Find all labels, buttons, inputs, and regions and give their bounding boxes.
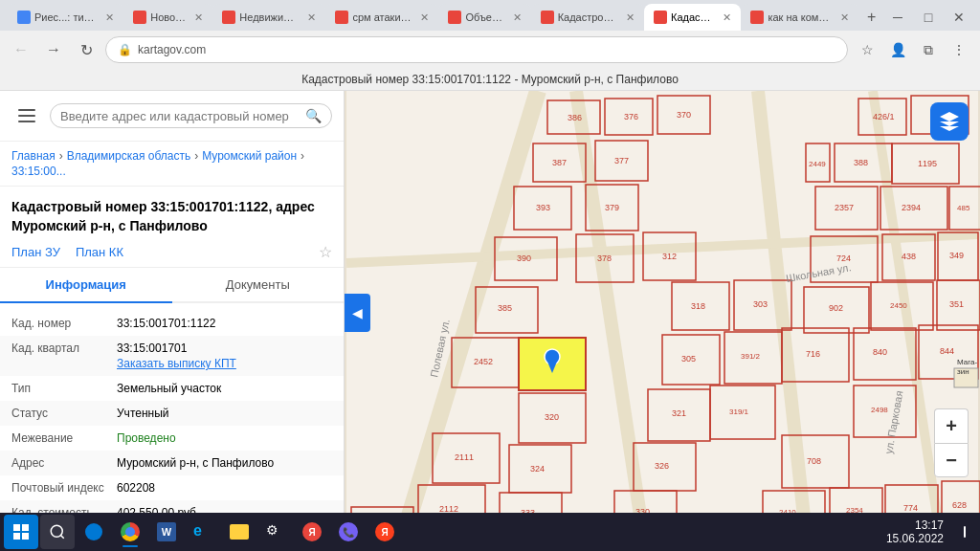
parcel-438-label: 438 bbox=[902, 252, 916, 261]
page-title: Кадастровый номер 33:15:001701:1122 - Му… bbox=[301, 73, 679, 86]
tab-5-close[interactable]: ✕ bbox=[513, 11, 522, 24]
parcel-385-label: 385 bbox=[498, 303, 512, 313]
breadcrumb: Главная › Владимирская область › Муромск… bbox=[0, 142, 344, 187]
parcel-2452-label: 2452 bbox=[474, 357, 493, 366]
maximize-icon[interactable]: □ bbox=[915, 4, 942, 31]
new-tab-button[interactable]: + bbox=[858, 4, 884, 31]
info-row-kad-nomer: Кад. номер 33:15:001701:1122 bbox=[0, 311, 344, 336]
tab-6[interactable]: Кадастрова... ✕ bbox=[531, 4, 644, 31]
lock-icon: 🔒 bbox=[118, 43, 132, 56]
address-bar[interactable]: 🔒 kartagov.com bbox=[105, 36, 848, 63]
parcel-840-label: 840 bbox=[873, 347, 887, 357]
plan-zu-link[interactable]: План ЗУ bbox=[11, 245, 60, 259]
info-row-mezhevanie: Межевание Проведено bbox=[0, 426, 344, 451]
tab-1[interactable]: Риес...: тике... ✕ bbox=[8, 4, 123, 31]
tab-4-close[interactable]: ✕ bbox=[420, 11, 429, 24]
taskbar-search[interactable] bbox=[40, 515, 75, 549]
parcel-708-label: 708 bbox=[807, 456, 821, 466]
map-layer-button[interactable] bbox=[930, 102, 969, 141]
notification-area[interactable] bbox=[953, 515, 976, 549]
tab-8[interactable]: как на компь... ✕ bbox=[741, 4, 858, 31]
forward-button[interactable]: → bbox=[40, 36, 67, 63]
tab-6-favicon bbox=[541, 11, 554, 24]
start-button[interactable] bbox=[4, 515, 38, 549]
tab-4-favicon bbox=[335, 11, 348, 24]
taskbar-maps[interactable]: Я bbox=[295, 515, 329, 549]
taskbar-files[interactable] bbox=[222, 515, 256, 549]
back-button[interactable]: ← bbox=[8, 36, 34, 63]
parcel-844-label: 844 bbox=[940, 346, 954, 356]
tab-5[interactable]: Объекты ✕ bbox=[438, 4, 530, 31]
breadcrumb-district[interactable]: Муромский район bbox=[202, 149, 297, 163]
parcel-377-label: 377 bbox=[614, 156, 629, 165]
zoom-in-button[interactable]: + bbox=[934, 408, 969, 443]
field-value-kad-kvartal: 33:15:001701 Заказать выписку КПТ bbox=[117, 342, 332, 370]
taskbar-cortana[interactable] bbox=[77, 515, 111, 549]
field-value-kad-nomer: 33:15:001701:1122 bbox=[117, 317, 332, 330]
tab-5-label: Объекты bbox=[465, 11, 504, 23]
nav-icons: ☆ 👤 ⧉ ⋮ bbox=[854, 36, 972, 63]
taskbar-yandex[interactable]: Я bbox=[368, 515, 402, 549]
favorite-button[interactable]: ☆ bbox=[319, 243, 332, 261]
breadcrumb-region[interactable]: Владимирская область bbox=[67, 149, 190, 163]
tab-4[interactable]: срм атаки е... ✕ bbox=[325, 4, 438, 31]
hamburger-button[interactable] bbox=[11, 100, 42, 131]
maps-icon: Я bbox=[302, 522, 322, 541]
tab-1-close[interactable]: ✕ bbox=[105, 11, 114, 24]
tab-8-close[interactable]: ✕ bbox=[840, 11, 849, 24]
tab-info[interactable]: Информация bbox=[0, 268, 172, 303]
search-input-wrap[interactable]: 🔍 bbox=[50, 103, 332, 128]
menu-icon[interactable]: ⋮ bbox=[946, 36, 972, 63]
parcel-326-label: 326 bbox=[655, 461, 669, 471]
tab-5-favicon bbox=[448, 11, 461, 24]
taskbar-chrome[interactable] bbox=[113, 515, 147, 549]
map-area[interactable]: ◀ 386 376 370 bbox=[345, 91, 980, 535]
plan-kk-link[interactable]: План КК bbox=[76, 245, 123, 259]
minimize-icon[interactable]: ─ bbox=[884, 4, 911, 31]
profile-icon[interactable]: 👤 bbox=[884, 36, 911, 63]
extensions-icon[interactable]: ⧉ bbox=[915, 36, 942, 63]
taskbar-ie[interactable]: e bbox=[186, 515, 220, 549]
bookmark-icon[interactable]: ☆ bbox=[854, 36, 880, 63]
close-icon[interactable]: ✕ bbox=[946, 4, 972, 31]
hamburger-line-3 bbox=[18, 121, 35, 122]
chrome-icon bbox=[121, 522, 140, 541]
parcel-387-label: 387 bbox=[552, 158, 567, 167]
tab-2[interactable]: Новость ✕ bbox=[123, 4, 212, 31]
info-row-type: Тип Земельный участок bbox=[0, 376, 344, 401]
taskbar-viber[interactable]: 📞 bbox=[331, 515, 366, 549]
zoom-out-button[interactable]: − bbox=[934, 443, 969, 477]
tab-1-favicon bbox=[17, 11, 31, 24]
tab-7-close[interactable]: ✕ bbox=[723, 11, 731, 24]
shop-label2: зин bbox=[957, 367, 969, 376]
tab-3[interactable]: Недвижимо... ✕ bbox=[212, 4, 325, 31]
taskbar-settings[interactable]: ⚙ bbox=[258, 515, 293, 549]
tab-3-close[interactable]: ✕ bbox=[307, 11, 316, 24]
parcel-2394-label: 2394 bbox=[902, 203, 921, 212]
svg-point-5 bbox=[51, 525, 62, 537]
kpt-link[interactable]: Заказать выписку КПТ bbox=[117, 357, 332, 370]
tab-2-close[interactable]: ✕ bbox=[194, 11, 203, 24]
svg-rect-1 bbox=[13, 524, 20, 531]
field-value-postal: 602208 bbox=[117, 481, 332, 495]
tab-2-label: Новость bbox=[150, 11, 187, 23]
taskbar-word[interactable]: W bbox=[149, 515, 184, 549]
nav-bar: ← → ↻ 🔒 kartagov.com ☆ 👤 ⧉ ⋮ bbox=[0, 31, 980, 69]
tab-6-close[interactable]: ✕ bbox=[626, 11, 635, 24]
viber-icon: 📞 bbox=[339, 522, 358, 541]
layers-icon bbox=[938, 110, 961, 133]
parcel-351-label: 351 bbox=[949, 299, 964, 309]
parcel-716-label: 716 bbox=[806, 349, 820, 359]
page-title-bar: Кадастровый номер 33:15:001701:1122 - Му… bbox=[0, 69, 980, 91]
tab-docs[interactable]: Документы bbox=[172, 268, 345, 301]
tab-7[interactable]: Кадастр... ✕ bbox=[644, 4, 741, 31]
toggle-sidebar-button[interactable]: ◀ bbox=[345, 294, 370, 332]
parcel-2111-label: 2111 bbox=[455, 452, 474, 462]
parcel-393-label: 393 bbox=[536, 203, 550, 212]
yandex-icon: Я bbox=[375, 522, 394, 541]
reload-button[interactable]: ↻ bbox=[73, 36, 100, 63]
breadcrumb-home[interactable]: Главная bbox=[11, 149, 56, 163]
field-value-adres: Муромский р-н, с Панфилово bbox=[117, 456, 332, 470]
search-input[interactable] bbox=[60, 109, 300, 123]
parcel-1195-label: 1195 bbox=[918, 159, 937, 168]
